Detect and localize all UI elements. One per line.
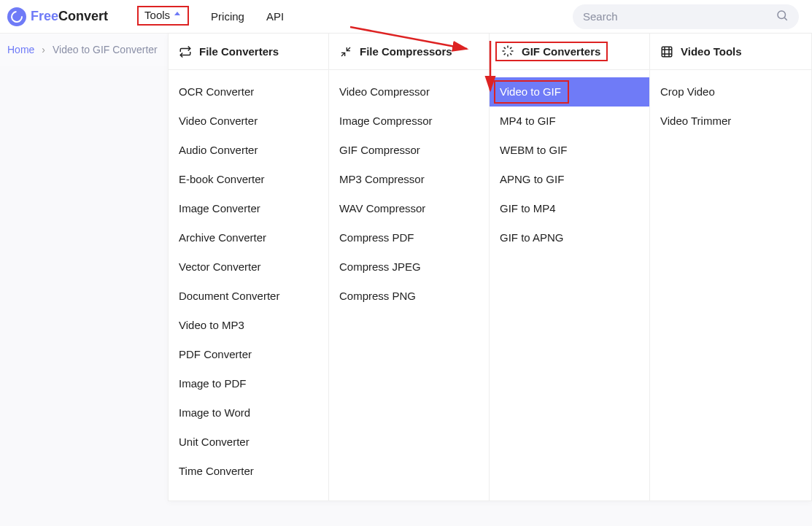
svg-line-8 — [504, 53, 506, 55]
mega-item[interactable]: Image Compressor — [329, 107, 489, 136]
mega-item[interactable]: GIF to APNG — [490, 223, 649, 252]
search-icon[interactable] — [776, 9, 789, 25]
mega-item[interactable]: Video Compressor — [329, 77, 489, 107]
loading-icon — [501, 45, 514, 58]
mega-item[interactable]: Video to GIF — [490, 77, 649, 107]
tools-mega-menu: File Converters OCR ConverterVideo Conve… — [168, 34, 812, 501]
mega-item[interactable]: Document Converter — [169, 282, 328, 311]
search-box[interactable] — [573, 4, 799, 29]
mega-item[interactable]: Video Converter — [169, 107, 328, 136]
mega-col-gif-converters: GIF Converters Video to GIFMP4 to GIFWEB… — [490, 34, 650, 500]
mega-item[interactable]: WAV Compressor — [329, 194, 489, 223]
logo-icon — [7, 7, 26, 26]
mega-item[interactable]: MP4 to GIF — [490, 107, 649, 136]
topbar: FreeConvert Tools Pricing API — [0, 0, 812, 34]
svg-line-4 — [504, 47, 506, 49]
logo[interactable]: FreeConvert — [7, 7, 108, 26]
mega-item[interactable]: Unit Converter — [169, 428, 328, 457]
convert-icon — [179, 45, 192, 58]
search-input[interactable] — [583, 10, 776, 23]
chevron-up-icon — [174, 12, 180, 15]
svg-line-5 — [510, 53, 511, 55]
mega-col-video-tools: Video Tools Crop VideoVideo Trimmer — [650, 34, 811, 500]
mega-item[interactable]: E-book Converter — [169, 165, 328, 194]
mega-item[interactable]: Vector Converter — [169, 252, 328, 282]
film-icon — [660, 45, 673, 58]
svg-point-0 — [778, 11, 786, 19]
mega-item[interactable]: Image to PDF — [169, 369, 328, 398]
logo-text: FreeConvert — [31, 9, 108, 24]
mega-item[interactable]: PDF Converter — [169, 340, 328, 369]
mega-item[interactable]: Image Converter — [169, 194, 328, 223]
breadcrumb-current: Video to GIF Converter — [53, 44, 158, 55]
nav: Tools Pricing API — [137, 7, 284, 26]
mega-item[interactable]: WEBM to GIF — [490, 136, 649, 165]
mega-item[interactable]: GIF to MP4 — [490, 194, 649, 223]
nav-pricing[interactable]: Pricing — [211, 10, 244, 23]
mega-head-file-converters[interactable]: File Converters — [169, 34, 328, 70]
mega-item[interactable]: GIF Compressor — [329, 136, 489, 165]
svg-rect-10 — [662, 47, 672, 57]
mega-item[interactable]: Image to Word — [169, 398, 328, 428]
breadcrumb-home[interactable]: Home — [7, 44, 34, 55]
mega-item[interactable]: APNG to GIF — [490, 165, 649, 194]
mega-item[interactable]: Compress PNG — [329, 282, 489, 311]
mega-col-file-compressors: File Compressors Video CompressorImage C… — [329, 34, 490, 500]
chevron-right-icon: › — [42, 44, 45, 55]
mega-item[interactable]: Audio Converter — [169, 136, 328, 165]
mega-item[interactable]: Video Trimmer — [650, 107, 811, 136]
mega-item[interactable]: Compress JPEG — [329, 252, 489, 282]
nav-api[interactable]: API — [266, 10, 284, 23]
mega-item[interactable]: Archive Converter — [169, 223, 328, 252]
mega-item[interactable]: Video to MP3 — [169, 311, 328, 340]
svg-line-1 — [784, 18, 786, 20]
mega-item[interactable]: Crop Video — [650, 77, 811, 107]
nav-tools[interactable]: Tools — [137, 6, 189, 26]
compress-icon — [339, 45, 352, 58]
mega-item[interactable]: MP3 Compressor — [329, 165, 489, 194]
annotation-box — [494, 80, 569, 104]
mega-col-file-converters: File Converters OCR ConverterVideo Conve… — [169, 34, 329, 500]
mega-head-video-tools[interactable]: Video Tools — [650, 34, 811, 70]
mega-item[interactable]: Compress PDF — [329, 223, 489, 252]
mega-item[interactable]: OCR Converter — [169, 77, 328, 107]
mega-head-gif-converters[interactable]: GIF Converters — [490, 34, 649, 70]
mega-head-file-compressors[interactable]: File Compressors — [329, 34, 489, 70]
svg-line-9 — [510, 47, 511, 49]
mega-item[interactable]: Time Converter — [169, 457, 328, 486]
